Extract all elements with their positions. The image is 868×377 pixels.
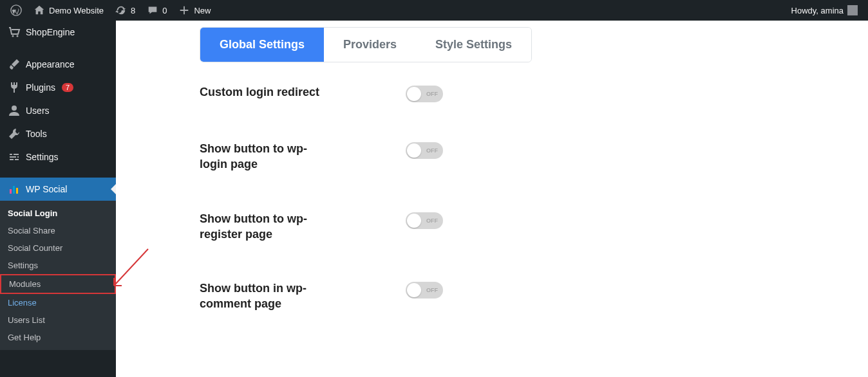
toggle-state: OFF [426, 217, 438, 224]
refresh-icon [115, 5, 127, 16]
sliders-icon [8, 151, 21, 163]
submenu-settings[interactable]: Settings [0, 257, 116, 274]
user-menu[interactable]: Howdy, amina [786, 0, 863, 21]
sidebar-item-label: Appearance [26, 59, 75, 69]
setting-custom-login-redirect: Custom login redirect OFF [200, 62, 868, 102]
brush-icon [8, 58, 21, 71]
wpsocial-submenu: Social Login Social Share Social Counter… [0, 201, 116, 350]
updates-count: 8 [131, 6, 135, 15]
avatar [847, 5, 858, 15]
sidebar-item-label: WP Social [26, 184, 67, 194]
user-icon [8, 104, 21, 117]
sidebar-item-users[interactable]: Users [0, 99, 116, 122]
sidebar-item-appearance[interactable]: Appearance [0, 53, 116, 76]
toggle-knob [407, 143, 421, 158]
svg-rect-5 [13, 186, 15, 194]
content-area: Global Settings Providers Style Settings… [116, 21, 868, 377]
toggle-wp-register[interactable]: OFF [406, 212, 443, 229]
wrench-icon [8, 127, 21, 140]
svg-point-2 [17, 35, 19, 37]
home-icon [33, 5, 45, 16]
submenu-users-list[interactable]: Users List [0, 311, 116, 329]
new-link[interactable]: New [173, 0, 216, 21]
admin-sidebar: ShopEngine Appearance Plugins 7 Users To… [0, 21, 116, 377]
submenu-license[interactable]: License [0, 294, 116, 311]
sidebar-item-label: ShopEngine [26, 27, 75, 37]
admin-bar: Demo Website 8 0 New Howdy, amina [0, 0, 868, 21]
plug-icon [8, 81, 21, 94]
sidebar-item-shopengine[interactable]: ShopEngine [0, 21, 116, 44]
sidebar-item-label: Settings [26, 152, 59, 162]
svg-point-3 [12, 106, 17, 111]
submenu-social-share[interactable]: Social Share [0, 222, 116, 239]
setting-label: Custom login redirect [200, 84, 328, 100]
plus-icon [178, 5, 190, 16]
new-label: New [194, 6, 211, 15]
setting-label: Show button in wp-comment page [200, 280, 328, 312]
comments-link[interactable]: 0 [142, 0, 172, 21]
wp-logo[interactable] [5, 0, 27, 21]
settings-tabs: Global Settings Providers Style Settings [200, 27, 532, 62]
howdy-text: Howdy, amina [791, 6, 844, 15]
setting-label: Show button to wp-register page [200, 211, 328, 243]
sidebar-item-label: Plugins [26, 82, 55, 93]
toggle-knob [407, 87, 421, 101]
updates-link[interactable]: 8 [110, 0, 140, 21]
setting-label: Show button to wp-login page [200, 141, 328, 172]
setting-wp-comment: Show button in wp-comment page OFF [200, 242, 868, 312]
toggle-custom-login-redirect[interactable]: OFF [406, 86, 443, 102]
toggle-state: OFF [426, 147, 438, 154]
cart-icon [8, 26, 21, 39]
toggle-knob [407, 214, 421, 228]
sidebar-item-plugins[interactable]: Plugins 7 [0, 76, 116, 99]
sidebar-item-wpsocial[interactable]: WP Social [0, 178, 116, 201]
svg-rect-6 [16, 188, 18, 194]
plugins-badge: 7 [62, 83, 73, 92]
setting-wp-register: Show button to wp-register page OFF [200, 172, 868, 243]
sidebar-item-settings[interactable]: Settings [0, 145, 116, 169]
wordpress-icon [10, 5, 22, 16]
toggle-knob [407, 283, 421, 297]
sidebar-item-tools[interactable]: Tools [0, 122, 116, 145]
sidebar-item-label: Users [26, 106, 50, 116]
chart-icon [8, 183, 21, 196]
submenu-social-counter[interactable]: Social Counter [0, 239, 116, 257]
toggle-state: OFF [426, 91, 438, 97]
tab-providers[interactable]: Providers [324, 28, 416, 62]
submenu-modules[interactable]: Modules [0, 274, 116, 294]
toggle-wp-login[interactable]: OFF [406, 142, 443, 159]
tab-global-settings[interactable]: Global Settings [200, 28, 324, 62]
toggle-wp-comment[interactable]: OFF [406, 282, 443, 299]
toggle-state: OFF [426, 287, 438, 293]
submenu-social-login[interactable]: Social Login [0, 205, 116, 222]
submenu-get-help[interactable]: Get Help [0, 329, 116, 346]
site-link[interactable]: Demo Website [28, 0, 109, 21]
svg-point-1 [12, 35, 14, 37]
svg-rect-4 [10, 189, 12, 194]
tab-style-settings[interactable]: Style Settings [416, 28, 531, 62]
comments-count: 0 [162, 6, 167, 15]
setting-wp-login: Show button to wp-login page OFF [200, 102, 868, 172]
site-title: Demo Website [49, 6, 104, 15]
sidebar-item-label: Tools [26, 129, 47, 139]
comment-icon [147, 5, 158, 16]
